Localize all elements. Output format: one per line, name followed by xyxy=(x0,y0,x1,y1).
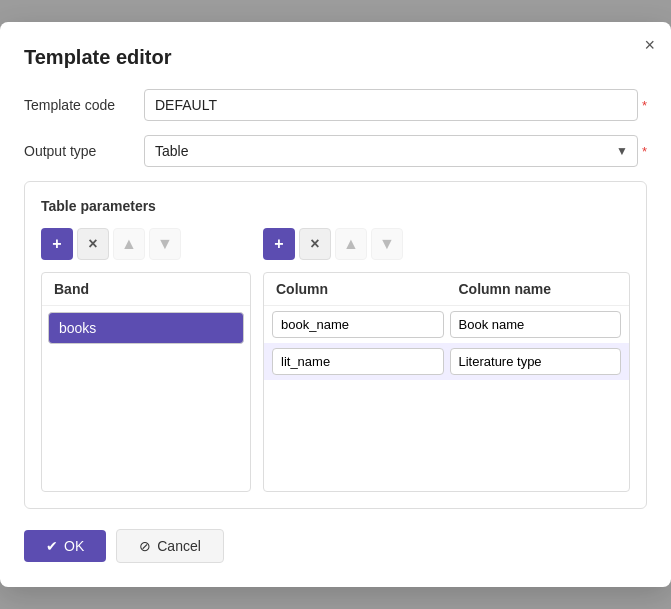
column-name-header: Column name xyxy=(447,273,630,305)
column-value-input[interactable] xyxy=(272,348,444,375)
template-code-required: * xyxy=(642,98,647,113)
band-add-button[interactable]: + xyxy=(41,228,73,260)
table-row xyxy=(264,306,629,343)
band-panel-header: Band xyxy=(42,273,250,306)
table-layout: Band Column Column name xyxy=(41,272,630,492)
column-header: Column xyxy=(264,273,447,305)
modal-overlay: × Template editor Template code * Output… xyxy=(0,0,671,609)
column-remove-button[interactable]: × xyxy=(299,228,331,260)
output-type-select-wrapper: Table List Chart ▼ xyxy=(144,135,638,167)
band-item[interactable] xyxy=(48,312,244,344)
column-up-button[interactable]: ▲ xyxy=(335,228,367,260)
column-add-button[interactable]: + xyxy=(263,228,295,260)
cancel-label: Cancel xyxy=(157,538,201,554)
template-code-input[interactable] xyxy=(144,89,638,121)
band-item-input[interactable] xyxy=(59,320,233,336)
output-type-row: Output type Table List Chart ▼ * xyxy=(24,135,647,167)
band-remove-button[interactable]: × xyxy=(77,228,109,260)
ok-button[interactable]: ✔ OK xyxy=(24,530,106,562)
table-row xyxy=(264,343,629,380)
cancel-icon: ⊘ xyxy=(139,538,151,554)
column-name-input[interactable] xyxy=(450,348,622,375)
close-button[interactable]: × xyxy=(644,36,655,54)
band-toolbar: + × ▲ ▼ xyxy=(41,228,251,260)
column-cell xyxy=(272,348,444,375)
cancel-button[interactable]: ⊘ Cancel xyxy=(116,529,224,563)
column-toolbar: + × ▲ ▼ xyxy=(263,228,630,260)
columns-header-row: Column Column name xyxy=(264,273,629,306)
section-title: Table parameters xyxy=(41,198,630,214)
output-type-label: Output type xyxy=(24,143,144,159)
template-code-label: Template code xyxy=(24,97,144,113)
band-down-button[interactable]: ▼ xyxy=(149,228,181,260)
template-editor-modal: × Template editor Template code * Output… xyxy=(0,22,671,587)
column-down-button[interactable]: ▼ xyxy=(371,228,403,260)
output-type-select[interactable]: Table List Chart xyxy=(144,135,638,167)
band-up-button[interactable]: ▲ xyxy=(113,228,145,260)
column-value-input[interactable] xyxy=(272,311,444,338)
template-code-row: Template code * xyxy=(24,89,647,121)
column-name-input[interactable] xyxy=(450,311,622,338)
band-panel: Band xyxy=(41,272,251,492)
output-type-required: * xyxy=(642,144,647,159)
column-name-cell xyxy=(450,348,622,375)
footer-row: ✔ OK ⊘ Cancel xyxy=(24,529,647,563)
checkmark-icon: ✔ xyxy=(46,538,58,554)
columns-panel: Column Column name xyxy=(263,272,630,492)
table-parameters-section: Table parameters + × ▲ ▼ + × ▲ ▼ xyxy=(24,181,647,509)
ok-label: OK xyxy=(64,538,84,554)
modal-title: Template editor xyxy=(24,46,647,69)
column-cell xyxy=(272,311,444,338)
column-name-cell xyxy=(450,311,622,338)
